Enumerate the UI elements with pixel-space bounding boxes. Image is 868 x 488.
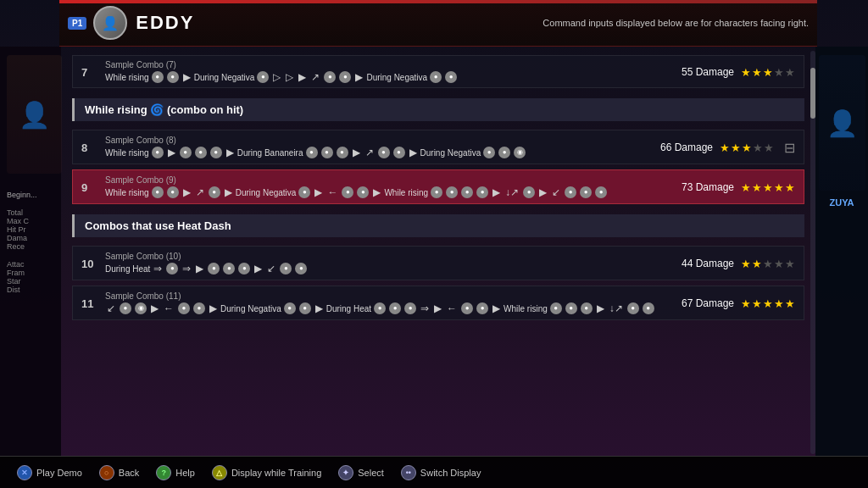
attr-dist-label: Dist <box>7 286 54 294</box>
stat-maxc-label: Max C <box>7 217 54 225</box>
damage-7: 55 Damage <box>682 66 734 78</box>
display-training-label: Display while Training <box>231 468 321 478</box>
scroll-area: 7 Sample Combo (7) While rising ● ● ▶ Du… <box>72 55 804 446</box>
btn-icon-7-1: ● <box>152 71 164 83</box>
combo-row-10[interactable]: 10 Sample Combo (10) During Heat ⇒ ● ⇒ ▶… <box>72 246 804 280</box>
scroll-icon-8: ⊟ <box>784 139 795 155</box>
combo-number-7: 7 <box>81 65 97 78</box>
p1-badge: P1 <box>68 17 86 30</box>
combo-row-partial-7[interactable]: 7 Sample Combo (7) While rising ● ● ▶ Du… <box>72 55 804 88</box>
scrollbar-track[interactable] <box>810 51 815 454</box>
back-label: Back <box>119 468 139 478</box>
select-icon: ✦ <box>338 465 353 480</box>
combo-right-8: 66 Damage ★ ★ ★ ★ ★ ⊟ <box>660 139 795 155</box>
stat-total-label: Total <box>7 208 54 217</box>
section-header-heat-dash: Combos that use Heat Dash <box>72 214 804 237</box>
play-demo-label: Play Demo <box>36 468 82 478</box>
combo-number-8: 8 <box>81 141 97 153</box>
char-name-header: EDDY <box>136 12 194 34</box>
attr-star-label: Star <box>7 277 54 286</box>
switch-display-label: Switch Display <box>420 468 481 478</box>
stat-hitp-label: Hit Pr <box>7 225 54 234</box>
stars-8: ★ ★ ★ ★ ★ <box>720 141 774 153</box>
btn-icon-7-3: ● <box>257 71 269 83</box>
btn-icon-7-2: ● <box>167 71 179 83</box>
combo-row-9[interactable]: 9 Sample Combo (9) While rising ● ● ▶ ↗ … <box>72 169 804 204</box>
section-title-heat-dash: Combos that use Heat Dash <box>85 219 231 232</box>
header-hint: Command inputs displayed below are for c… <box>542 18 809 28</box>
combo-number-9: 9 <box>81 180 97 193</box>
stars-7: ★ ★ ★ ★ ★ <box>741 65 795 78</box>
combo-row-8[interactable]: 8 Sample Combo (8) While rising ● ▶ ● ● … <box>72 130 804 164</box>
combo-right-9: 73 Damage ★ ★ ★ ★ ★ <box>682 180 795 193</box>
right-char-portrait: 👤 <box>819 55 865 191</box>
stars-10: ★ ★ ★ ★ ★ <box>741 257 795 269</box>
bottom-item-select[interactable]: ✦ Select <box>338 465 384 480</box>
help-label: Help <box>175 468 195 478</box>
right-char-name: ZUYA <box>830 197 854 208</box>
combo-right-10: 44 Damage ★ ★ ★ ★ ★ <box>682 257 795 269</box>
combo-number-11: 11 <box>81 297 97 309</box>
section-title-while-rising: While rising 🌀 (combo on hit) <box>85 103 243 116</box>
back-icon: ○ <box>99 465 114 480</box>
char-portrait-header: 👤 <box>93 6 127 40</box>
attr-fram-label: Fram <box>7 269 54 277</box>
attr-block: Attac Fram Star Dist <box>7 260 54 294</box>
stat-dama-label: Dama <box>7 234 54 242</box>
combo-right-11: 67 Damage ★ ★ ★ ★ ★ <box>682 297 795 309</box>
damage-8: 66 Damage <box>660 141 713 153</box>
left-char-portrait: 👤 <box>7 55 62 174</box>
top-accent-bar <box>59 0 817 3</box>
left-side-panel: 👤 Beginn... Total Max C Hit Pr Dama Rece… <box>0 47 61 456</box>
bottom-item-play-demo[interactable]: ✕ Play Demo <box>17 465 82 480</box>
beginner-label: Beginn... <box>7 191 54 199</box>
display-training-icon: △ <box>212 465 227 480</box>
damage-10: 44 Damage <box>682 258 734 269</box>
bottom-item-back[interactable]: ○ Back <box>99 465 139 480</box>
switch-display-icon: •• <box>401 465 416 480</box>
damage-11: 67 Damage <box>682 297 734 309</box>
select-label: Select <box>358 468 384 478</box>
stats-block: Total Max C Hit Pr Dama Rece <box>7 208 54 251</box>
bottom-item-switch-display[interactable]: •• Switch Display <box>401 465 481 480</box>
attr-attac-label: Attac <box>7 260 54 269</box>
header-bar: P1 👤 EDDY Command inputs displayed below… <box>59 0 817 47</box>
combo-row-11[interactable]: 11 Sample Combo (11) ↙ ● ◉ ▶ ← ● ● ▶ Dur… <box>72 286 804 320</box>
bottom-item-help[interactable]: ? Help <box>156 465 195 480</box>
damage-9: 73 Damage <box>682 181 734 193</box>
bottom-item-display-training[interactable]: △ Display while Training <box>212 465 321 480</box>
right-side-panel: 👤 ZUYA <box>815 47 868 456</box>
stat-rece-label: Rece <box>7 242 54 251</box>
bottom-bar: ✕ Play Demo ○ Back ? Help △ Display whil… <box>0 456 868 488</box>
combo-number-10: 10 <box>81 257 97 269</box>
section-header-while-rising: While rising 🌀 (combo on hit) <box>72 98 804 121</box>
stars-11: ★ ★ ★ ★ ★ <box>741 297 795 309</box>
main-content: 7 Sample Combo (7) While rising ● ● ▶ Du… <box>59 47 817 454</box>
arrow-7-1: ▶ <box>183 71 191 83</box>
scrollbar-thumb[interactable] <box>810 68 815 119</box>
combo-right-7: 55 Damage ★ ★ ★ ★ ★ <box>682 65 795 78</box>
stars-9: ★ ★ ★ ★ ★ <box>741 180 795 193</box>
play-demo-icon: ✕ <box>17 465 32 480</box>
help-icon: ? <box>156 465 171 480</box>
